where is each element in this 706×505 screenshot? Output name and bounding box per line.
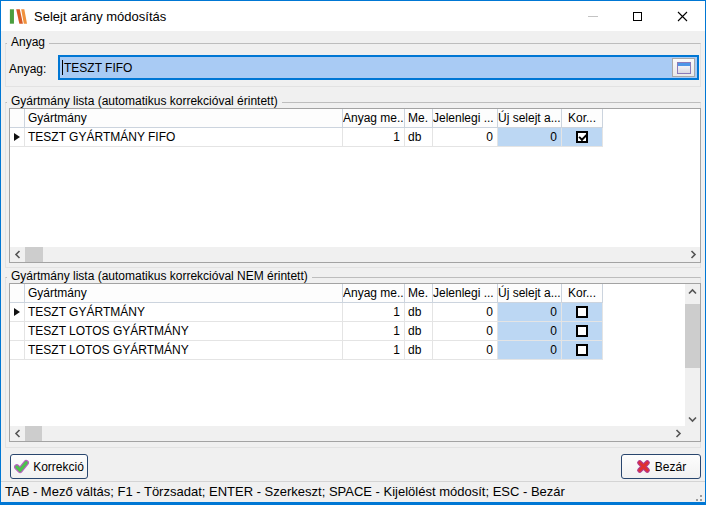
- anyag-input[interactable]: TESZT FIFO: [58, 55, 699, 80]
- row-indicator: [10, 128, 25, 147]
- scroll-down-icon[interactable]: [685, 411, 700, 426]
- cell-anyag-me[interactable]: 1: [343, 128, 405, 147]
- bezar-button-label: Bezár: [655, 460, 686, 474]
- app-icon: [9, 8, 27, 25]
- window-controls: [570, 1, 705, 31]
- horizontal-scrollbar[interactable]: [10, 247, 700, 262]
- red-x-icon: [636, 459, 651, 474]
- cell-uj-selejt[interactable]: 0: [498, 341, 562, 360]
- cell-jelenlegi[interactable]: 0: [433, 303, 498, 322]
- cell-uj-selejt[interactable]: 0: [498, 303, 562, 322]
- window-lookup-icon: [677, 62, 691, 74]
- header-kor[interactable]: Kor...: [562, 284, 603, 303]
- header-uj-selejt[interactable]: Új selejt a...: [498, 109, 562, 128]
- scroll-right-icon[interactable]: [670, 426, 685, 441]
- resize-grip-icon[interactable]: [694, 493, 702, 501]
- scroll-right-icon[interactable]: [685, 247, 700, 262]
- not-affected-table: Gyártmány Anyag me... Me. Jelenlegi ... …: [9, 283, 701, 442]
- status-text: TAB - Mező váltás; F1 - Törzsadat; ENTER…: [5, 484, 565, 499]
- cell-gyartmany[interactable]: TESZT LOTOS GYÁRTMÁNY: [25, 322, 343, 341]
- row-indicator: [10, 341, 25, 360]
- dialog-window: Selejt arány módosítás Anyag Anyag: TESZ…: [0, 0, 706, 505]
- cell-jelenlegi[interactable]: 0: [433, 322, 498, 341]
- cell-uj-selejt[interactable]: 0: [498, 128, 562, 147]
- cell-gyartmany[interactable]: TESZT GYÁRTMÁNY FIFO: [25, 128, 343, 147]
- cell-jelenlegi[interactable]: 0: [433, 128, 498, 147]
- cell-anyag-me[interactable]: 1: [343, 341, 405, 360]
- scrollbar-corner: [685, 426, 700, 441]
- korrekcio-checkbox[interactable]: [576, 131, 588, 143]
- row-indicator: [10, 322, 25, 341]
- korrekcio-checkbox[interactable]: [576, 344, 588, 356]
- korrekcio-button[interactable]: Korrekció: [10, 454, 88, 479]
- korrekcio-button-label: Korrekció: [33, 460, 84, 474]
- scroll-up-icon[interactable]: [685, 284, 700, 299]
- header-selector: [10, 109, 25, 128]
- scrollbar-thumb[interactable]: [685, 304, 700, 368]
- maximize-icon: [633, 12, 642, 21]
- scroll-left-icon[interactable]: [10, 426, 25, 441]
- header-jelenlegi[interactable]: Jelenlegi ...: [433, 284, 498, 303]
- korrekcio-checkbox[interactable]: [576, 325, 588, 337]
- header-gyartmany[interactable]: Gyártmány: [25, 109, 343, 128]
- cell-gyartmany[interactable]: TESZT LOTOS GYÁRTMÁNY: [25, 341, 343, 360]
- minimize-icon: [588, 16, 598, 17]
- not-affected-group-label: Gyártmány lista (automatikus korrekcióva…: [7, 270, 312, 283]
- cell-kor: [562, 341, 603, 360]
- cell-anyag-me[interactable]: 1: [343, 303, 405, 322]
- cell-kor: [562, 303, 603, 322]
- cell-anyag-me[interactable]: 1: [343, 322, 405, 341]
- cell-gyartmany[interactable]: TESZT GYÁRTMÁNY: [25, 303, 343, 322]
- not-affected-table-header: Gyártmány Anyag me... Me. Jelenlegi ... …: [10, 284, 700, 303]
- minimize-button: [570, 1, 615, 31]
- green-check-icon: [14, 459, 29, 474]
- titlebar: Selejt arány módosítás: [1, 1, 705, 31]
- header-me[interactable]: Me.: [405, 284, 433, 303]
- header-uj-selejt[interactable]: Új selejt a...: [498, 284, 562, 303]
- cell-me[interactable]: db: [405, 128, 433, 147]
- header-me[interactable]: Me.: [405, 109, 433, 128]
- table-row[interactable]: TESZT GYÁRTMÁNY FIFO 1 db 0 0: [10, 128, 700, 147]
- anyag-field-label: Anyag:: [9, 62, 46, 76]
- bezar-button[interactable]: Bezár: [621, 454, 701, 479]
- table-row[interactable]: TESZT GYÁRTMÁNY 1 db 0 0: [10, 303, 700, 322]
- cell-me[interactable]: db: [405, 303, 433, 322]
- header-kor[interactable]: Kor...: [562, 109, 603, 128]
- cell-me[interactable]: db: [405, 322, 433, 341]
- status-bar: TAB - Mező váltás; F1 - Törzsadat; ENTER…: [1, 481, 705, 502]
- affected-table-header: Gyártmány Anyag me... Me. Jelenlegi ... …: [10, 109, 700, 128]
- cell-me[interactable]: db: [405, 341, 433, 360]
- affected-group-label: Gyártmány lista (automatikus korrekcióva…: [7, 95, 282, 108]
- horizontal-scrollbar[interactable]: [10, 426, 685, 441]
- scrollbar-thumb[interactable]: [25, 247, 43, 262]
- close-icon: [677, 11, 688, 22]
- table-row[interactable]: TESZT LOTOS GYÁRTMÁNY 1 db 0 0: [10, 341, 700, 360]
- scrollbar-thumb[interactable]: [25, 426, 42, 441]
- cell-uj-selejt[interactable]: 0: [498, 322, 562, 341]
- vertical-scrollbar[interactable]: [685, 284, 700, 426]
- table-row[interactable]: TESZT LOTOS GYÁRTMÁNY 1 db 0 0: [10, 322, 700, 341]
- cell-jelenlegi[interactable]: 0: [433, 341, 498, 360]
- header-selector: [10, 284, 25, 303]
- maximize-button[interactable]: [615, 1, 660, 31]
- cell-kor: [562, 322, 603, 341]
- close-button[interactable]: [660, 1, 705, 31]
- scroll-left-icon[interactable]: [10, 247, 25, 262]
- anyag-value: TESZT FIFO: [64, 61, 132, 75]
- header-anyag-me[interactable]: Anyag me...: [343, 109, 405, 128]
- anyag-lookup-button[interactable]: [672, 58, 695, 77]
- row-indicator: [10, 303, 25, 322]
- anyag-group-label: Anyag: [7, 36, 49, 49]
- korrekcio-checkbox[interactable]: [576, 306, 588, 318]
- header-gyartmany[interactable]: Gyártmány: [25, 284, 343, 303]
- header-anyag-me[interactable]: Anyag me...: [343, 284, 405, 303]
- affected-table: Gyártmány Anyag me... Me. Jelenlegi ... …: [9, 108, 701, 263]
- window-title: Selejt arány módosítás: [34, 9, 166, 24]
- cell-kor: [562, 128, 603, 147]
- text-caret: [62, 60, 63, 75]
- header-jelenlegi[interactable]: Jelenlegi ...: [433, 109, 498, 128]
